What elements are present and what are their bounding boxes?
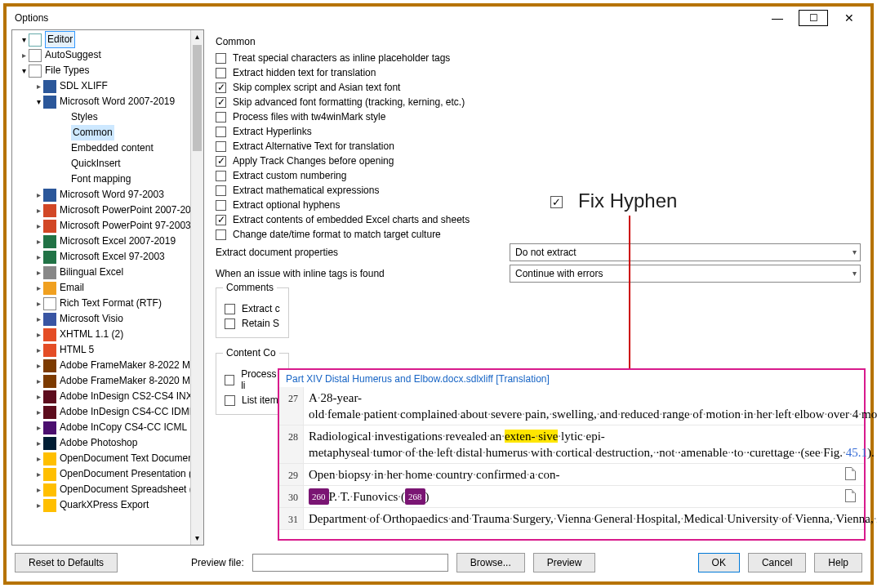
segment-text[interactable]: Open·biopsy·in·her·home·country·confirme… (304, 464, 836, 485)
expand-arrow-icon[interactable]: ▸ (33, 435, 43, 451)
option-checkbox-row[interactable]: Extract custom numbering (216, 170, 861, 181)
tree-scrollbar[interactable]: ▴ ▾ (190, 30, 203, 545)
option-checkbox-row[interactable]: Skip advanced font formatting (tracking,… (216, 96, 861, 108)
checkbox-icon[interactable] (216, 97, 226, 108)
scroll-down-icon[interactable]: ▾ (191, 532, 203, 545)
segment-text[interactable]: 260P.·T.·Funovics·(268) (304, 486, 836, 507)
checkbox-icon[interactable] (225, 395, 235, 406)
option-checkbox-row[interactable]: Skip complex script and Asian text font (216, 82, 861, 93)
scroll-thumb[interactable] (193, 45, 202, 151)
maximize-button[interactable]: ☐ (799, 10, 828, 26)
tree-item[interactable]: ▸OpenDocument Presentation ( (14, 466, 203, 482)
tree-item[interactable]: ▸Bilingual Excel (14, 265, 203, 280)
option-checkbox-row[interactable]: Process files with tw4winMark style (216, 111, 861, 122)
expand-arrow-icon[interactable]: ▸ (33, 451, 43, 466)
tree-item[interactable]: ▸Microsoft Excel 97-2003 (14, 249, 203, 265)
option-checkbox-row[interactable]: Extract Alternative Text for translation (216, 140, 861, 152)
tree-item[interactable]: ▸Microsoft PowerPoint 2007-201 (14, 203, 203, 218)
expand-arrow-icon[interactable]: ▸ (33, 311, 43, 327)
tree-item[interactable]: ▸Adobe Photoshop (14, 435, 203, 451)
checkbox-icon[interactable] (216, 141, 226, 152)
cancel-button[interactable]: Cancel (748, 553, 806, 572)
tree-item[interactable]: ▸Microsoft Word 97-2003 (14, 187, 203, 203)
checkbox-icon[interactable] (216, 229, 226, 240)
fix-hyphen-checkbox[interactable] (550, 196, 563, 208)
tree-item[interactable]: ▸Microsoft PowerPoint 97-2003 (14, 218, 203, 234)
scroll-up-icon[interactable]: ▴ (191, 30, 203, 43)
expand-arrow-icon[interactable]: ▸ (19, 47, 29, 63)
ok-button[interactable]: OK (698, 553, 740, 572)
option-checkbox-row[interactable]: Treat special characters as inline place… (216, 52, 861, 64)
tree-item[interactable]: ▸Adobe InCopy CS4-CC ICML (14, 420, 203, 435)
checkbox-icon[interactable] (225, 304, 235, 314)
option-checkbox-row[interactable]: Extract mathematical expressions (216, 185, 861, 196)
options-tree[interactable]: ▾Editor▸AutoSuggest▾File Types▸SDL XLIFF… (12, 30, 203, 514)
expand-arrow-icon[interactable]: ▸ (33, 203, 43, 218)
tree-item[interactable]: ▸XHTML 1.1 (2) (14, 327, 203, 342)
segment-row[interactable]: 27A·28-year-old·female·patient·complaine… (279, 387, 864, 425)
expand-arrow-icon[interactable]: ▸ (33, 358, 43, 373)
tree-item[interactable]: ▸AutoSuggest (14, 47, 203, 63)
segment-row[interactable]: 29Open·biopsy·in·her·home·country·confir… (279, 464, 864, 486)
expand-arrow-icon[interactable]: ▸ (33, 342, 43, 358)
option-checkbox-row[interactable]: Apply Track Changes before opening (216, 155, 861, 167)
reset-defaults-button[interactable]: Reset to Defaults (15, 553, 118, 572)
checkbox-icon[interactable] (216, 82, 226, 93)
checkbox-icon[interactable] (225, 375, 234, 385)
expand-arrow-icon[interactable]: ▸ (33, 404, 43, 420)
expand-arrow-icon[interactable]: ▸ (33, 187, 43, 203)
segment-text[interactable]: A·28-year-old·female·patient·complained·… (304, 387, 877, 425)
expand-arrow-icon[interactable]: ▾ (19, 32, 29, 47)
segment-row[interactable]: 30260P.·T.·Funovics·(268) (279, 486, 864, 508)
expand-arrow-icon[interactable]: ▸ (33, 249, 43, 265)
option-checkbox-row[interactable]: Retain S (225, 318, 280, 329)
tree-item[interactable]: ▸Microsoft Visio (14, 311, 203, 327)
tree-item[interactable]: ▾File Types (14, 63, 203, 78)
expand-arrow-icon[interactable]: ▸ (33, 280, 43, 296)
tree-item[interactable]: ▾Editor (14, 32, 203, 47)
tree-item[interactable]: ▸Rich Text Format (RTF) (14, 296, 203, 311)
tree-item[interactable]: Styles (14, 109, 203, 125)
expand-arrow-icon[interactable]: ▸ (33, 265, 43, 280)
editor-tab[interactable]: Part XIV Distal Humerus and Elbow.docx.s… (279, 370, 864, 387)
expand-arrow-icon[interactable]: ▸ (33, 327, 43, 342)
option-checkbox-row[interactable]: Extract optional hyphens (216, 199, 861, 211)
checkbox-icon[interactable] (225, 318, 235, 329)
expand-arrow-icon[interactable]: ▸ (33, 482, 43, 497)
help-button[interactable]: Help (814, 553, 862, 572)
option-checkbox-row[interactable]: Extract Hyperlinks (216, 126, 861, 137)
checkbox-icon[interactable] (216, 53, 226, 64)
tree-item[interactable]: Common (14, 125, 203, 140)
checkbox-icon[interactable] (216, 156, 226, 167)
option-checkbox-row[interactable]: Extract c (225, 303, 280, 314)
tree-item[interactable]: ▾Microsoft Word 2007-2019 (14, 94, 203, 109)
browse-button[interactable]: Browse... (456, 553, 525, 572)
expand-arrow-icon[interactable]: ▸ (33, 373, 43, 389)
expand-arrow-icon[interactable]: ▸ (33, 296, 43, 311)
tree-item[interactable]: QuickInsert (14, 156, 203, 172)
expand-arrow-icon[interactable]: ▾ (19, 63, 29, 78)
expand-arrow-icon[interactable]: ▾ (33, 94, 43, 109)
tree-item[interactable]: ▸QuarkXPress Export (14, 497, 203, 513)
tree-item[interactable]: ▸OpenDocument Text Documen (14, 451, 203, 466)
segment-text[interactable]: Radiological·investigations·revealed·an·… (304, 425, 877, 463)
tree-item[interactable]: ▸OpenDocument Spreadsheet ( (14, 482, 203, 497)
tree-item[interactable]: Embedded content (14, 140, 203, 156)
option-checkbox-row[interactable]: Change date/time format to match target … (216, 229, 861, 240)
close-button[interactable]: ✕ (833, 7, 866, 29)
option-checkbox-row[interactable]: Extract hidden text for translation (216, 67, 861, 78)
expand-arrow-icon[interactable]: ▸ (33, 420, 43, 435)
minimize-button[interactable]: — (761, 7, 794, 29)
tree-item[interactable]: ▸Adobe InDesign CS4-CC IDML (14, 404, 203, 420)
expand-arrow-icon[interactable]: ▸ (33, 389, 43, 404)
option-checkbox-row[interactable]: Process li (225, 368, 280, 391)
segment-row[interactable]: 28Radiological·investigations·revealed·a… (279, 425, 864, 464)
option-checkbox-row[interactable]: List item (225, 394, 280, 406)
checkbox-icon[interactable] (216, 171, 226, 181)
segment-row[interactable]: 31Department·of·Orthopaedics·and·Trauma·… (279, 508, 864, 530)
checkbox-icon[interactable] (216, 200, 226, 211)
segment-text[interactable]: Department·of·Orthopaedics·and·Trauma·Su… (304, 508, 877, 529)
tree-item[interactable]: ▸SDL XLIFF (14, 78, 203, 94)
expand-arrow-icon[interactable]: ▸ (33, 466, 43, 482)
tags-issue-select[interactable]: Continue with errors ▾ (510, 265, 861, 283)
